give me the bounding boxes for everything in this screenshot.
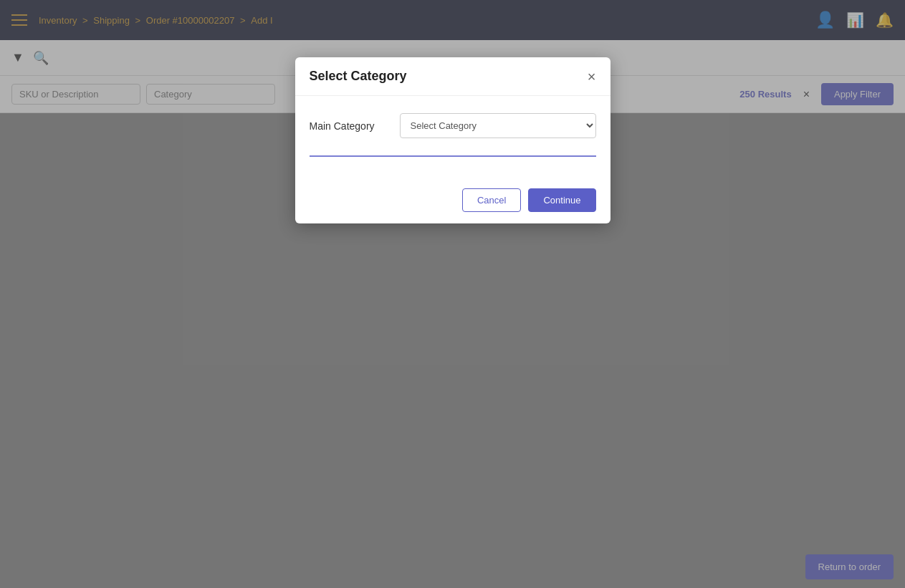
main-category-field: Main Category Select Category	[310, 113, 596, 138]
modal-divider	[310, 155, 596, 157]
modal-title: Select Category	[310, 69, 407, 84]
modal-close-button[interactable]: ×	[588, 69, 596, 84]
cancel-button[interactable]: Cancel	[462, 188, 521, 212]
main-category-label: Main Category	[310, 120, 388, 132]
main-category-select[interactable]: Select Category	[400, 113, 596, 138]
modal-header: Select Category ×	[295, 57, 610, 96]
modal-overlay: Select Category × Main Category Select C…	[0, 0, 905, 588]
modal-body: Main Category Select Category	[295, 96, 610, 180]
continue-button[interactable]: Continue	[528, 188, 595, 212]
modal-footer: Cancel Continue	[295, 180, 610, 223]
select-category-modal: Select Category × Main Category Select C…	[295, 57, 610, 223]
